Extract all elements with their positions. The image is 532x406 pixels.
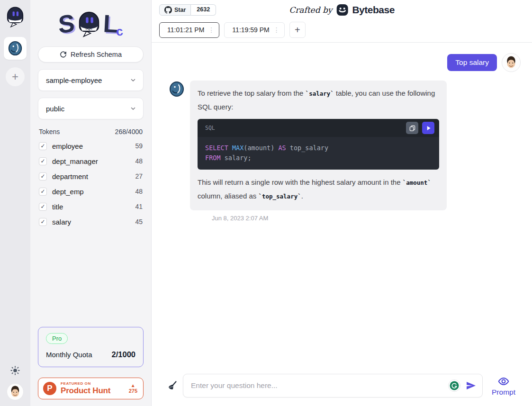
inline-code-salary: `salary` <box>306 90 334 97</box>
upvote-count: 275 <box>129 388 137 394</box>
sqlchat-bot-icon[interactable] <box>5 5 26 28</box>
copy-code-button[interactable] <box>406 122 418 134</box>
grammarly-icon[interactable] <box>448 379 460 392</box>
table-name: salary <box>52 218 71 226</box>
github-star-button[interactable]: Star <box>159 4 191 16</box>
question-input-container <box>183 374 483 397</box>
user-message-row: Top salary <box>168 53 521 72</box>
pro-quota-card: Pro Monthly Quota 2/1000 <box>38 327 144 367</box>
crafted-by-brand[interactable]: Crafted by Bytebase <box>289 4 395 16</box>
eye-icon <box>497 375 510 388</box>
sidebar: S SQL L c Refresh Schema sample-employee… <box>30 0 152 406</box>
topbar: Star 2632 Crafted by Bytebase <box>152 0 532 19</box>
table-row-salary[interactable]: ✓ salary 45 <box>38 214 144 229</box>
prompt-toggle[interactable]: Prompt <box>487 375 520 397</box>
table-checkbox[interactable]: ✓ <box>39 172 47 180</box>
refresh-icon <box>60 51 67 58</box>
assistant-outro-text: This will return a single row with the h… <box>198 178 403 186</box>
connection-postgres-item[interactable] <box>4 37 27 60</box>
database-select[interactable]: sample-employee <box>38 69 144 91</box>
question-input[interactable] <box>191 381 443 390</box>
table-token-count: 48 <box>135 157 143 165</box>
tokens-value: 268/4000 <box>115 128 143 135</box>
table-row-title[interactable]: ✓ title 41 <box>38 199 144 214</box>
add-connection-button[interactable]: + <box>6 67 25 86</box>
logo-letter-s: S <box>58 10 75 37</box>
table-checkbox[interactable]: ✓ <box>39 188 47 196</box>
schema-select[interactable]: public <box>38 98 144 119</box>
product-hunt-icon: P <box>43 382 56 395</box>
table-name: dept_manager <box>52 157 98 165</box>
table-token-count: 27 <box>135 172 143 180</box>
new-conversation-button[interactable]: + <box>289 22 306 38</box>
chat-messages-area: Top salary <box>152 43 532 374</box>
chevron-down-icon <box>130 77 136 83</box>
schema-select-value: public <box>46 105 64 113</box>
table-row-dept-emp[interactable]: ✓ dept_emp 48 <box>38 184 144 199</box>
tokens-summary: Tokens 268/4000 <box>39 128 143 135</box>
tab-label: 11:01:21 PM <box>167 26 204 34</box>
bytebase-logo-icon <box>336 4 348 16</box>
logo-chest-label: SQL <box>85 26 93 30</box>
table-token-count: 45 <box>135 218 143 226</box>
github-star-widget[interactable]: Star 2632 <box>159 4 216 16</box>
logo-robot-icon: SQL <box>76 9 102 38</box>
refresh-schema-label: Refresh Schema <box>71 51 122 58</box>
code-language-label: SQL <box>205 121 215 135</box>
table-row-employee[interactable]: ✓ employee 59 <box>38 138 144 153</box>
tab-label: 11:19:59 PM <box>232 26 269 34</box>
message-timestamp: Jun 8, 2023 2:07 AM <box>212 215 447 222</box>
table-name: department <box>52 172 88 180</box>
chevron-down-icon <box>130 105 136 112</box>
tab-menu-dots-icon[interactable]: ⋮ <box>208 26 215 34</box>
quota-row: Monthly Quota 2/1000 <box>46 350 135 359</box>
sql-token: salary; <box>221 154 252 162</box>
table-token-count: 48 <box>135 188 143 195</box>
table-checkbox[interactable]: ✓ <box>39 157 47 165</box>
app-rail: + <box>0 0 30 406</box>
sidebar-spacer <box>38 229 144 327</box>
assistant-postgres-avatar <box>168 81 185 98</box>
inline-code-amount: `amount` <box>403 179 431 186</box>
inline-code-top-salary: `top_salary` <box>258 193 301 200</box>
sql-code-block: SQL <box>198 119 439 170</box>
github-icon <box>164 6 172 14</box>
refresh-schema-button[interactable]: Refresh Schema <box>38 46 144 63</box>
quota-value: 2/1000 <box>112 350 135 359</box>
theme-toggle-sun-icon[interactable] <box>10 365 20 376</box>
table-name: employee <box>52 142 83 150</box>
crafted-by-label: Crafted by <box>289 5 332 15</box>
pro-badge: Pro <box>46 333 68 344</box>
upvote-icon: ▲ <box>129 383 137 388</box>
quota-label: Monthly Quota <box>46 351 92 359</box>
tokens-label: Tokens <box>39 128 60 135</box>
table-name: dept_emp <box>52 188 84 196</box>
table-checkbox[interactable]: ✓ <box>39 142 47 150</box>
tab-menu-dots-icon[interactable]: ⋮ <box>273 26 280 34</box>
run-query-button[interactable] <box>422 122 434 134</box>
copy-icon <box>409 125 415 131</box>
sql-token: MAX <box>232 144 243 152</box>
logo-letter-c-wrench: c <box>115 24 124 39</box>
bytebase-brand-name: Bytebase <box>352 4 394 16</box>
sql-token: top_salary <box>286 144 328 152</box>
table-checkbox[interactable]: ✓ <box>39 203 47 211</box>
product-hunt-name: Product Hunt <box>61 386 110 396</box>
user-avatar <box>502 53 521 72</box>
table-row-dept-manager[interactable]: ✓ dept_manager 48 <box>38 153 144 169</box>
clear-conversation-broom-icon[interactable] <box>167 380 178 391</box>
send-button[interactable] <box>465 380 477 391</box>
assistant-message-row: To retrieve the top salary from the `sal… <box>168 81 521 222</box>
product-hunt-badge-link[interactable]: P FEATURED ON Product Hunt ▲ 275 <box>38 378 144 399</box>
user-menu-avatar[interactable] <box>7 383 24 400</box>
play-icon <box>426 126 431 131</box>
assistant-message-bubble: To retrieve the top salary from the `sal… <box>190 81 447 210</box>
main-panel: Star 2632 Crafted by Bytebase 11:01:21 P… <box>152 0 532 406</box>
star-count[interactable]: 2632 <box>191 4 216 16</box>
table-checkbox[interactable]: ✓ <box>39 218 47 226</box>
table-row-department[interactable]: ✓ department 27 <box>38 169 144 184</box>
sql-token: SELECT <box>205 144 232 152</box>
sql-code: SELECT MAX(amount) AS top_salary FROM sa… <box>198 137 439 170</box>
tab-conversation-1[interactable]: 11:01:21 PM ⋮ <box>159 22 219 38</box>
tab-conversation-2[interactable]: 11:19:59 PM ⋮ <box>224 22 284 38</box>
